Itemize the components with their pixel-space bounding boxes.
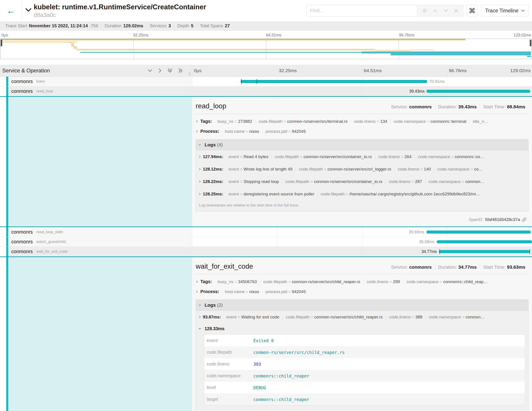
span-row-read-loop[interactable]: conmonrs read_loop 39.43ms xyxy=(0,86,532,97)
log-entry[interactable]: › 128.22ms: event=Stopping read loop cod… xyxy=(196,175,528,188)
span-row-read-loop-stdin[interactable]: conmonrs read_loop_stdin 39.69ms xyxy=(0,227,532,237)
log-field-pill: code.filepath=conmon-rs/server/src/conta… xyxy=(272,154,375,159)
timeline-grid-header: Service & Operation 0μs 32.25ms 64.51ms … xyxy=(0,65,532,77)
span-service: conmonrs xyxy=(11,88,33,94)
span-operation: read_loop xyxy=(36,89,53,93)
log-entry[interactable]: › 128.25ms: event=deregistering event so… xyxy=(196,188,528,200)
log-field-pill: event=deregistering event source from po… xyxy=(225,192,317,196)
span-duration-label: 39.43ms xyxy=(409,89,425,94)
back-arrow-icon: ← xyxy=(7,6,16,16)
span-operation: listen xyxy=(36,79,45,84)
table-row: code.lineno393 xyxy=(204,358,525,370)
logs-footnote: Log timestamps are relative to the start… xyxy=(196,409,528,411)
span-duration-label: 70.91ms xyxy=(429,79,445,84)
span-id-row: SpanID: 5faf48165428c37a xyxy=(196,214,528,224)
chevron-right-icon: › xyxy=(196,279,198,284)
span-name-cell[interactable]: conmonrs read_loop_stdin xyxy=(0,227,192,237)
back-button[interactable]: ← xyxy=(0,0,22,21)
log-field-pill: code.filepath=conmon-rs/server/src/cri_l… xyxy=(295,167,394,172)
span-timeline-cell[interactable]: 39.69ms xyxy=(192,227,532,237)
minimap-time-labels: 0μs 32.25ms 64.51ms 96.76ms 129.02ms xyxy=(0,31,532,39)
find-input[interactable] xyxy=(306,5,417,16)
logs-header[interactable]: › Logs (2) xyxy=(196,300,528,311)
view-selector-button[interactable]: Trace Timeline xyxy=(481,5,529,16)
tags-row[interactable]: › Tags: busy_ns=273882 code.filepath=con… xyxy=(196,117,528,127)
prev-match-icon[interactable] xyxy=(433,9,438,12)
clear-find-icon[interactable] xyxy=(454,9,458,13)
collapse-all-icon[interactable] xyxy=(168,68,172,73)
tag-pill: busy_ns=34506763 xyxy=(215,279,260,284)
log-field-pill: event=Wrote log line of length 49 xyxy=(225,167,295,172)
log-field-pill: code.namespace=conmon… xyxy=(426,315,488,320)
span-name-cell[interactable]: conmonrs listen xyxy=(0,77,192,86)
span-log-tick xyxy=(257,79,257,84)
keyboard-shortcuts-button[interactable]: ⌘ xyxy=(466,5,478,16)
span-operation: wait_for_exit_code xyxy=(36,249,68,254)
log-field-pill: code.filepath=conmon-rs/server/src/child… xyxy=(282,315,386,320)
span-bar[interactable] xyxy=(439,250,530,253)
log-field-pill: code.lineno=287 xyxy=(386,179,425,184)
match-target-icon[interactable] xyxy=(422,8,427,13)
span-operation: watch_grandchild xyxy=(36,240,66,244)
log-fields-table: eventExited 0 code.filepathconmon-rs/ser… xyxy=(204,334,525,405)
process-row[interactable]: › Process: host.name=nixos process.pid=9… xyxy=(196,127,528,137)
logs-header[interactable]: › Logs (4) xyxy=(196,139,528,150)
tag-pill: code.namespace=conmonrs::child_reap… xyxy=(403,279,491,284)
span-row-watch-grandchild[interactable]: conmonrs watch_grandchild 35.58ms xyxy=(0,237,532,247)
tag-pill-truncated: idle_n… xyxy=(469,119,491,124)
span-id-value: 5faf48165428c37a xyxy=(485,217,520,222)
logs-footnote: Log timestamps are relative to the start… xyxy=(196,200,528,211)
chevron-right-icon: › xyxy=(199,179,200,184)
copy-link-icon[interactable] xyxy=(522,217,527,222)
expand-all-icon[interactable] xyxy=(178,68,183,73)
span-name-cell[interactable]: conmonrs read_loop xyxy=(0,86,192,96)
expand-one-icon[interactable] xyxy=(158,68,162,73)
process-pill: host.name=nixos xyxy=(222,289,262,294)
next-match-icon[interactable] xyxy=(444,9,448,12)
log-entry[interactable]: › 128.12ms: event=Wrote log line of leng… xyxy=(196,163,528,175)
detail-duration: Duration: 34.77ms xyxy=(435,264,480,270)
detail-start-time: Start Time: 93.63ms xyxy=(480,264,528,270)
span-log-tick xyxy=(241,79,242,84)
chevron-right-icon: › xyxy=(196,289,198,294)
log-entry[interactable]: › 127.94ms: event=Read 4 bytes code.file… xyxy=(196,150,528,163)
log-entry[interactable]: › 93.87ms: event=Waiting for exit code c… xyxy=(196,311,528,323)
log-field-pill: code.lineno=388 xyxy=(386,315,426,320)
command-icon: ⌘ xyxy=(469,7,475,15)
span-bar[interactable] xyxy=(437,240,532,243)
log-field-pill: event=Stopping read loop xyxy=(225,179,282,184)
log-entry-expanded[interactable]: › 128.33ms xyxy=(196,323,528,333)
column-resizer[interactable] xyxy=(189,72,190,76)
detail-left-highlight xyxy=(6,257,192,411)
span-bar[interactable] xyxy=(240,80,428,83)
span-service: conmonrs xyxy=(11,249,33,254)
span-name-cell[interactable]: conmonrs watch_grandchild xyxy=(0,237,192,246)
detail-service: Service: conmonrs xyxy=(388,104,435,109)
process-row[interactable]: › Process: host.name=nixos process.pid=9… xyxy=(196,287,528,297)
span-name-cell[interactable]: conmonrs wait_for_exit_code xyxy=(0,247,192,256)
span-timeline-cell[interactable]: 35.58ms xyxy=(192,237,532,246)
span-bar[interactable] xyxy=(426,230,531,234)
detail-left-highlight xyxy=(6,97,192,226)
chevron-right-icon: › xyxy=(196,129,198,134)
span-timeline-cell[interactable]: 34.77ms xyxy=(192,247,532,256)
chevron-right-icon: › xyxy=(199,314,200,319)
summary-trace-start: Trace StartNovember 15 2022, 11:24:14.75… xyxy=(2,23,101,29)
span-row-wait-for-exit-code[interactable]: conmonrs wait_for_exit_code 34.77ms xyxy=(0,247,532,257)
top-bar: ← kubelet: runtime.v1.RuntimeService/Cre… xyxy=(0,0,532,21)
span-timeline-cell[interactable]: 70.91ms xyxy=(192,77,532,86)
chevron-right-icon: › xyxy=(199,154,200,159)
trace-minimap[interactable]: 0μs 32.25ms 64.51ms 96.76ms 129.02ms xyxy=(0,31,532,60)
span-bar[interactable] xyxy=(426,90,531,93)
tag-pill: code.namespace=conmonrs::terminal xyxy=(390,119,469,124)
summary-depth: Depth5 xyxy=(174,23,197,29)
chevron-down-icon[interactable] xyxy=(25,8,31,12)
collapse-one-icon[interactable] xyxy=(148,69,152,72)
tags-row[interactable]: › Tags: busy_ns=34506763 code.filepath=c… xyxy=(196,277,528,287)
span-row-listen[interactable]: conmonrs listen 70.91ms xyxy=(0,77,532,86)
span-timeline-cell[interactable]: 39.43ms xyxy=(192,86,532,96)
log-field-pill: code.lineno=140 xyxy=(394,167,434,172)
log-field-pill: code.lineno=264 xyxy=(375,154,415,159)
chevron-down-icon: › xyxy=(198,328,202,329)
minimap-canvas[interactable] xyxy=(0,39,532,59)
